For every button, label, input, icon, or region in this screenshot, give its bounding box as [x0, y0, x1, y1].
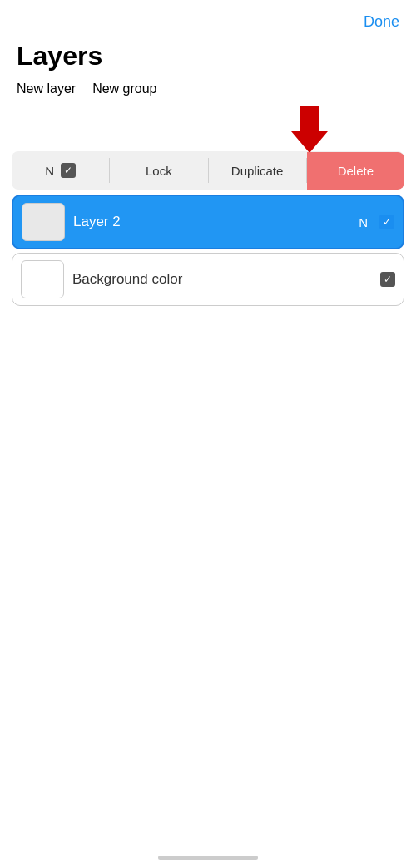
toolbar-duplicate-label: Duplicate — [231, 164, 284, 178]
new-layer-button[interactable]: New layer — [17, 81, 76, 96]
layer-thumbnail-layer2 — [22, 203, 65, 241]
layer-thumbnail-background — [21, 260, 64, 298]
toolbar-lock[interactable]: Lock — [110, 152, 207, 190]
toolbar-n-checkbox[interactable] — [61, 163, 76, 178]
toolbar: N Lock Duplicate Delete — [12, 151, 404, 190]
layer-row-layer2[interactable]: Layer 2 N — [12, 195, 404, 249]
toolbar-delete-label: Delete — [338, 164, 374, 178]
layer-checkbox-background[interactable] — [380, 272, 395, 287]
home-indicator — [158, 856, 258, 860]
toolbar-n[interactable]: N — [12, 151, 109, 190]
new-group-button[interactable]: New group — [92, 81, 156, 96]
duplicate-arrow — [291, 106, 328, 153]
layer-n-label-layer2: N — [359, 215, 368, 229]
arrow-shaft — [300, 106, 319, 131]
toolbar-n-label: N — [45, 164, 54, 178]
layer-name-layer2: Layer 2 — [73, 214, 350, 230]
actions-row: New layer New group — [0, 78, 416, 106]
arrow-head — [291, 131, 328, 153]
done-button[interactable]: Done — [364, 13, 399, 31]
layer-checkbox-layer2[interactable] — [379, 215, 394, 229]
toolbar-duplicate[interactable]: Duplicate — [209, 152, 306, 190]
layer-list: Layer 2 N Background color — [12, 195, 404, 306]
layer-row-background[interactable]: Background color — [12, 253, 404, 306]
page-title: Layers — [0, 37, 416, 78]
layer-name-background: Background color — [72, 271, 372, 288]
toolbar-delete[interactable]: Delete — [307, 152, 404, 190]
toolbar-lock-label: Lock — [146, 164, 172, 178]
top-bar: Done — [0, 0, 416, 37]
